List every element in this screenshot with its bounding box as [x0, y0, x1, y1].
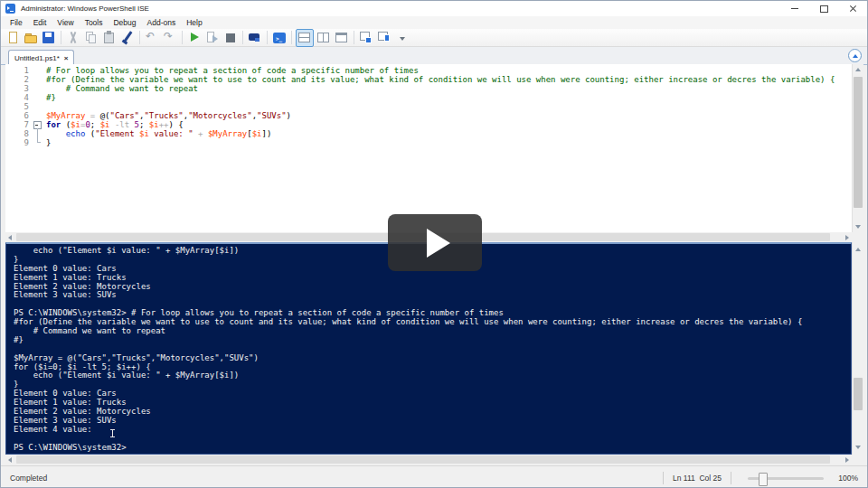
play-icon	[427, 229, 450, 258]
toolbar-separator	[354, 31, 354, 44]
zoom-level: 100%	[831, 474, 858, 483]
close-icon[interactable]	[838, 1, 867, 16]
editor-row[interactable]: 3 # Command we want to repeat	[5, 84, 852, 93]
scroll-left-icon[interactable]	[8, 235, 12, 240]
toolbar-separator	[267, 31, 268, 44]
copy-icon[interactable]	[83, 30, 99, 46]
zoom-slider-thumb[interactable]	[759, 473, 768, 486]
code-line: #}	[46, 93, 56, 102]
console-line: Element 0 value: Cars	[14, 389, 851, 399]
editor-row[interactable]: 4#}	[5, 93, 852, 102]
console-line: PS C:\WINDOWS\system32>	[14, 444, 851, 453]
open-script-icon[interactable]	[23, 30, 39, 46]
console-pane[interactable]: echo ("Element $i value: " + $MyArray[$i…	[5, 242, 852, 455]
console-horizontal-scrollbar[interactable]	[5, 455, 852, 465]
scroll-down-icon[interactable]	[855, 446, 861, 449]
scroll-up-icon[interactable]	[855, 248, 861, 251]
new-script-icon[interactable]	[5, 30, 21, 46]
undo-icon[interactable]	[144, 30, 160, 46]
code-line: # For loop allows you to repeat a sectio…	[46, 66, 419, 75]
show-script-pane-maximized-icon[interactable]	[334, 30, 350, 46]
scroll-up-icon[interactable]	[855, 68, 861, 71]
line-number: 9	[5, 138, 29, 147]
cut-icon[interactable]	[65, 30, 81, 46]
editor-row[interactable]: 7for ($i=0; $i -lt 5; $i++) {	[5, 120, 852, 129]
window-controls	[780, 1, 867, 16]
menu-view[interactable]: View	[52, 18, 79, 27]
save-script-icon[interactable]	[41, 30, 57, 46]
code-line: #for (Define the variable we want to use…	[46, 75, 835, 84]
new-powershell-tab-icon[interactable]	[358, 30, 374, 46]
toolbar-separator	[182, 31, 183, 44]
tab-close-icon[interactable]: ×	[64, 54, 69, 62]
console-vscroll-thumb[interactable]	[854, 378, 863, 410]
show-script-pane-right-icon[interactable]	[316, 30, 332, 46]
code-line: echo ("Element $i value: " + $MyArray[$i…	[46, 129, 271, 138]
tab-strip: Untitled1.ps1* ×	[1, 47, 867, 65]
line-number: 7	[5, 120, 29, 129]
editor-vscroll-thumb[interactable]	[854, 77, 863, 208]
line-number: 1	[5, 66, 29, 75]
console-hscroll-thumb[interactable]	[16, 455, 830, 464]
editor-row[interactable]: 8 echo ("Element $i value: " + $MyArray[…	[5, 129, 852, 138]
close-powershell-tab-icon[interactable]	[376, 30, 392, 46]
line-number: 3	[5, 84, 29, 93]
toolbar-separator	[139, 31, 140, 44]
menu-file[interactable]: File	[5, 18, 28, 27]
menu-help[interactable]: Help	[181, 18, 207, 27]
run-script-icon[interactable]	[186, 30, 203, 46]
console-line: Element 3 value: SUVs	[14, 417, 851, 426]
console-line: Element 3 value: SUVs	[14, 291, 851, 300]
scroll-right-icon[interactable]	[845, 457, 849, 463]
script-editor[interactable]: 1# For loop allows you to repeat a secti…	[5, 64, 852, 232]
code-line: $MyArray = @("Cars","Trucks","Motorcycle…	[46, 111, 291, 120]
console-line	[14, 435, 851, 444]
console-line: }	[14, 380, 851, 389]
redo-icon[interactable]	[162, 30, 178, 46]
tab-untitled1[interactable]: Untitled1.ps1* ×	[8, 50, 74, 65]
editor-row[interactable]: 9}	[5, 138, 852, 147]
editor-row[interactable]: 1# For loop allows you to repeat a secti…	[5, 66, 852, 75]
paste-icon[interactable]	[101, 30, 118, 46]
menu-addons[interactable]: Add-ons	[142, 18, 182, 27]
scroll-down-icon[interactable]	[855, 225, 861, 229]
status-bar: Completed Ln 111 Col 25 100%	[1, 465, 867, 488]
collapse-script-pane-icon[interactable]	[848, 49, 862, 62]
new-remote-powershell-tab-icon[interactable]	[247, 30, 263, 46]
video-play-button[interactable]	[388, 214, 482, 271]
menu-edit[interactable]: Edit	[28, 18, 52, 27]
line-number: 6	[5, 111, 29, 120]
code-line: for ($i=0; $i -lt 5; $i++) {	[46, 120, 184, 129]
editor-row[interactable]: 2#for (Define the variable we want to us…	[5, 75, 852, 84]
console-line: echo ("Element $i value: " + $MyArray[$i…	[14, 371, 851, 380]
toolbar	[1, 29, 867, 47]
code-line: }	[46, 138, 51, 147]
menu-tools[interactable]: Tools	[80, 18, 108, 27]
start-powershell-icon[interactable]	[271, 30, 288, 46]
code-line: # Command we want to repeat	[46, 84, 198, 93]
cursor-position: Ln 111 Col 25	[673, 474, 722, 483]
status-right: Ln 111 Col 25 100%	[654, 472, 858, 484]
zoom-slider[interactable]	[748, 477, 824, 480]
maximize-icon[interactable]	[809, 1, 838, 16]
editor-row[interactable]: 5	[5, 102, 852, 111]
window-title: Administrator: Windows PowerShell ISE	[21, 5, 149, 13]
menu-bar: FileEditViewToolsDebugAdd-onsHelp	[1, 16, 867, 29]
show-script-pane-top-icon[interactable]	[296, 29, 314, 47]
menu-debug[interactable]: Debug	[108, 18, 141, 27]
toolbar-separator	[242, 31, 243, 44]
run-selection-icon[interactable]	[204, 30, 221, 46]
clear-console-pane-icon[interactable]	[119, 30, 136, 46]
scroll-right-icon[interactable]	[845, 235, 849, 240]
toolbar-overflow-icon[interactable]	[394, 30, 410, 46]
console-line: Element 2 value: Motorcycles	[14, 283, 851, 292]
minimize-icon[interactable]	[780, 1, 809, 16]
editor-lines: 1# For loop allows you to repeat a secti…	[5, 64, 852, 147]
scroll-left-icon[interactable]	[8, 457, 12, 463]
console-line: #}	[14, 336, 851, 345]
editor-row[interactable]: 6$MyArray = @("Cars","Trucks","Motorcycl…	[5, 111, 852, 120]
line-number: 8	[5, 129, 29, 138]
stop-operation-icon[interactable]	[222, 30, 239, 46]
editor-vertical-scrollbar[interactable]	[852, 64, 863, 232]
console-vertical-scrollbar[interactable]	[852, 242, 863, 455]
